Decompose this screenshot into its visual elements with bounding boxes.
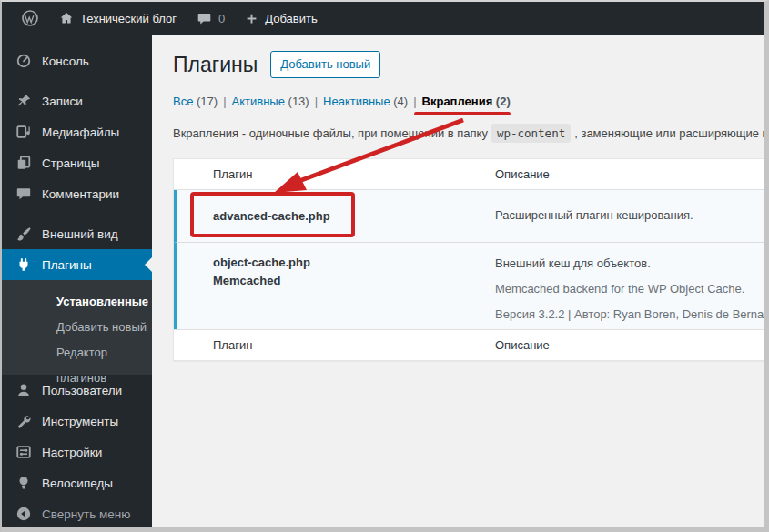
- plugin-status-filters: Все (17)|Активные (13)|Неактивные (4)|Вк…: [173, 94, 764, 110]
- sidebar-item-pages[interactable]: Страницы: [2, 147, 152, 178]
- admin-sidebar: Консоль Записи Медиафайлы: [2, 35, 152, 527]
- sidebar-item-dashboard[interactable]: Консоль: [2, 45, 152, 76]
- sidebar-item-label: Записи: [42, 95, 83, 108]
- sidebar-item-label: Пользователи: [42, 384, 122, 397]
- sidebar-item-media[interactable]: Медиафайлы: [2, 116, 152, 147]
- filter-all-count: (17): [197, 95, 218, 108]
- comment-count: 0: [218, 12, 225, 25]
- description-before: Вкрапления - одиночные файлы, при помеще…: [173, 126, 488, 140]
- sidebar-item-label: Комментарии: [42, 187, 119, 201]
- sidebar-item-label: Плагины: [42, 258, 92, 272]
- submenu-plugin-editor[interactable]: Редактор плагинов: [2, 340, 152, 366]
- table-footer-row: Плагин Описание: [174, 329, 764, 360]
- sidebar-item-collapse-menu[interactable]: Свернуть меню: [2, 498, 152, 529]
- sidebar-item-posts[interactable]: Записи: [2, 85, 152, 116]
- sidebar-item-label: Консоль: [42, 55, 89, 68]
- site-link[interactable]: Технический блог: [51, 2, 185, 35]
- wp-content-code: wp-content: [491, 124, 571, 143]
- collapse-icon: [15, 505, 33, 523]
- filter-active[interactable]: Активные (13): [232, 95, 309, 108]
- sidebar-item-label: Настройки: [42, 446, 102, 459]
- dropins-description: Вкрапления - одиночные файлы, при помеще…: [173, 125, 764, 143]
- plugins-icon: [15, 256, 33, 274]
- filter-active-count: (13): [288, 95, 309, 108]
- users-icon: [15, 381, 33, 399]
- column-header-plugin: Плагин: [174, 159, 495, 189]
- plugin-name: object-cache.php: [213, 254, 495, 272]
- filter-inactive[interactable]: Неактивные (4): [323, 95, 408, 108]
- comments-icon: [15, 185, 33, 203]
- sidebar-item-label: Велосипеды: [42, 477, 113, 490]
- dropins-table: Плагин Описание advanced-cache.php Расши…: [173, 158, 764, 361]
- sidebar-item-label: Свернуть меню: [42, 507, 130, 521]
- pin-icon: [15, 92, 33, 110]
- site-name: Технический блог: [80, 12, 177, 25]
- table-header-row: Плагин Описание: [174, 159, 764, 190]
- page-title: Плагины: [173, 51, 258, 78]
- sidebar-item-label: Страницы: [42, 156, 99, 170]
- column-header-description: Описание: [495, 159, 764, 189]
- plugin-name-line2: Memcached: [213, 272, 495, 290]
- wordpress-logo-icon: [21, 9, 39, 27]
- plugin-description: Внешний кеш для объектов.: [495, 256, 764, 271]
- admin-bar: Технический блог 0 Добавить: [2, 2, 764, 35]
- appearance-icon: [15, 225, 33, 243]
- filter-separator: |: [223, 95, 226, 108]
- add-new-admin-bar[interactable]: Добавить: [237, 2, 325, 35]
- plugins-submenu: Установленные Добавить новый Редактор пл…: [2, 280, 152, 375]
- main-content: Плагины Добавить новый Все (17)|Активные…: [152, 35, 764, 527]
- comment-bubble-icon: [197, 11, 212, 26]
- sidebar-item-plugins[interactable]: Плагины: [2, 249, 152, 280]
- sidebar-item-appearance[interactable]: Внешний вид: [2, 218, 152, 249]
- lightbulb-icon: [15, 474, 33, 492]
- tools-icon: [15, 412, 33, 430]
- sidebar-item-users[interactable]: Пользователи: [2, 375, 152, 406]
- page-header: Плагины Добавить новый: [173, 51, 764, 78]
- table-row-advanced-cache: advanced-cache.php Расширенный плагин ке…: [174, 190, 764, 242]
- filter-separator: |: [413, 95, 416, 108]
- dashboard-icon: [15, 52, 33, 70]
- plugin-description-en: Memcached backend for the WP Object Cach…: [495, 281, 764, 296]
- plugin-description-cell: Расширенный плагин кеширования.: [495, 207, 764, 226]
- plus-icon: [245, 12, 258, 25]
- submenu-add-new-plugin[interactable]: Добавить новый: [2, 315, 152, 340]
- sidebar-item-label: Инструменты: [42, 415, 118, 428]
- wordpress-logo-menu[interactable]: [13, 2, 47, 35]
- filter-inactive-count: (4): [393, 95, 408, 108]
- description-after: , заменяющие или расширяющие возможности: [574, 126, 764, 140]
- settings-icon: [15, 443, 33, 461]
- plugin-version-author: Версия 3.2.2 | Автор: Ryan Boren, Denis …: [495, 306, 764, 322]
- table-row-object-cache: object-cache.php Memcached Внешний кеш д…: [174, 242, 764, 329]
- sidebar-item-label: Медиафайлы: [42, 125, 119, 139]
- submenu-installed-plugins[interactable]: Установленные: [2, 289, 152, 315]
- sidebar-item-label: Внешний вид: [42, 227, 118, 241]
- comments-admin-bar[interactable]: 0: [188, 2, 233, 35]
- sidebar-item-velosipedy[interactable]: Велосипеды: [2, 467, 152, 498]
- wordpress-admin-window: Технический блог 0 Добавить: [0, 0, 769, 532]
- plugin-name-cell: advanced-cache.php: [177, 207, 495, 226]
- plugin-description: Расширенный плагин кеширования.: [495, 207, 764, 223]
- footer-column-plugin: Плагин: [174, 330, 495, 360]
- footer-column-description: Описание: [495, 330, 764, 360]
- filter-dropins-current[interactable]: Вкрапления (2): [422, 95, 511, 108]
- home-icon: [59, 11, 74, 25]
- add-new-plugin-button[interactable]: Добавить новый: [270, 51, 380, 78]
- plugin-name-cell: object-cache.php Memcached: [177, 254, 495, 322]
- pages-icon: [15, 154, 33, 172]
- filter-all[interactable]: Все (17): [173, 95, 218, 108]
- plugin-name: advanced-cache.php: [213, 209, 330, 223]
- sidebar-item-settings[interactable]: Настройки: [2, 437, 152, 467]
- media-icon: [15, 123, 33, 141]
- sidebar-item-tools[interactable]: Инструменты: [2, 406, 152, 437]
- filter-separator: |: [315, 95, 318, 108]
- sidebar-item-comments[interactable]: Комментарии: [2, 178, 152, 209]
- plugin-description-cell: Внешний кеш для объектов. Memcached back…: [495, 254, 764, 322]
- filter-dropins-count: (2): [496, 95, 511, 108]
- add-new-label: Добавить: [265, 12, 317, 25]
